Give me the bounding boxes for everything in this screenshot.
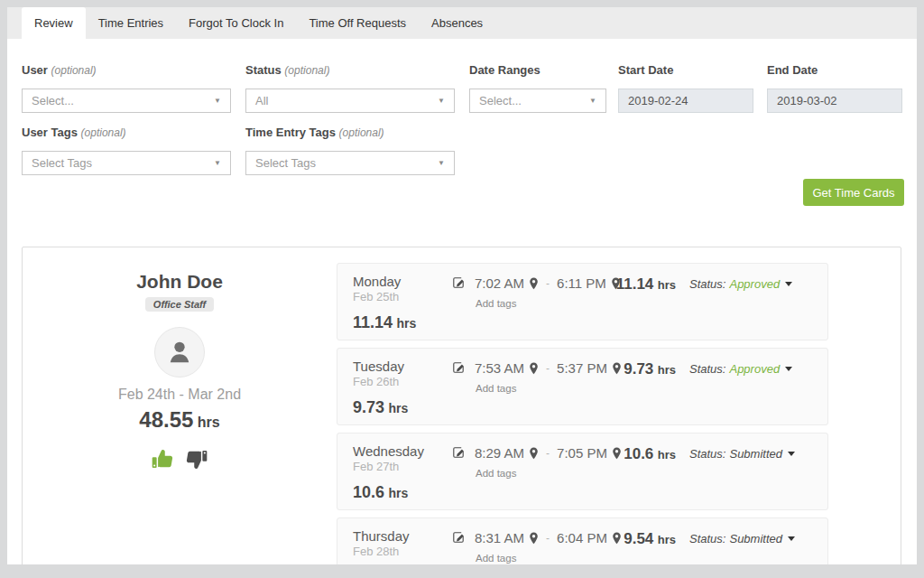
avatar bbox=[154, 327, 205, 378]
end-date-label-text: End Date bbox=[767, 63, 818, 77]
approval-thumbs bbox=[23, 447, 337, 475]
tab-review[interactable]: Review bbox=[22, 7, 86, 39]
add-tags-link[interactable]: Add tags bbox=[476, 298, 516, 309]
caret-down-icon bbox=[788, 536, 795, 541]
entry-day: Monday bbox=[353, 274, 416, 289]
clock-in-time[interactable]: 7:02 AM bbox=[475, 275, 524, 291]
clock-in-time[interactable]: 8:31 AM bbox=[475, 530, 524, 545]
entry-day-block: Wednesday Feb 27th 10.6 hrs bbox=[353, 443, 424, 502]
clock-in-time[interactable]: 8:29 AM bbox=[475, 445, 524, 461]
thumbs-down-icon[interactable] bbox=[184, 447, 208, 475]
filter-end-date: End Date 2019-03-02 bbox=[767, 63, 902, 113]
day-hours-unit: hrs bbox=[397, 316, 417, 331]
time-entry-row: Tuesday Feb 26th 9.73 hrs 7:53 AM - 5:37… bbox=[337, 348, 828, 425]
entry-day: Tuesday bbox=[353, 359, 408, 374]
time-entry-tags-label-text: Time Entry Tags bbox=[245, 126, 336, 139]
entry-hours-number: 10.6 bbox=[624, 445, 653, 462]
tab-time-off-requests[interactable]: Time Off Requests bbox=[296, 7, 419, 39]
entry-hours-unit: hrs bbox=[658, 278, 676, 292]
status-dropdown[interactable]: Status: Approved bbox=[689, 277, 792, 291]
tab-forgot-to-clock-in[interactable]: Forgot To Clock In bbox=[176, 7, 296, 39]
edit-icon[interactable] bbox=[451, 360, 466, 378]
day-hours-unit: hrs bbox=[389, 486, 409, 500]
status-optional-text: (optional) bbox=[284, 64, 329, 77]
entry-day: Wednesday bbox=[353, 443, 424, 459]
date-ranges-label-text: Date Ranges bbox=[469, 63, 541, 77]
status-label: Status: bbox=[689, 532, 725, 545]
entry-date: Feb 25th bbox=[353, 290, 416, 303]
time-separator: - bbox=[546, 362, 550, 375]
entry-hours: 9.73 hrs bbox=[590, 360, 676, 378]
status-label: Status: bbox=[689, 277, 725, 291]
day-hours-unit: hrs bbox=[389, 401, 409, 415]
day-hours-number: 9.73 bbox=[353, 398, 384, 416]
caret-down-icon: ▼ bbox=[438, 97, 445, 105]
total-hours-unit: hrs bbox=[198, 415, 220, 430]
caret-down-icon: ▼ bbox=[438, 159, 445, 167]
entry-day-block: Thursday Feb 28th 9.54 hrs bbox=[353, 528, 410, 564]
time-entry-tags-select[interactable]: Select Tags▼ bbox=[245, 151, 455, 175]
entry-hours-number: 9.73 bbox=[624, 360, 653, 378]
add-tags-link[interactable]: Add tags bbox=[476, 553, 516, 564]
entry-day-block: Monday Feb 25th 11.14 hrs bbox=[353, 274, 416, 332]
time-separator: - bbox=[546, 447, 550, 460]
time-entry-row: Monday Feb 25th 11.14 hrs 7:02 AM - 6:11… bbox=[337, 263, 828, 340]
entry-hours-unit: hrs bbox=[658, 533, 676, 546]
edit-icon[interactable] bbox=[451, 445, 466, 463]
start-date-input[interactable]: 2019-02-24 bbox=[618, 89, 753, 113]
start-date-label-text: Start Date bbox=[618, 63, 673, 77]
time-separator: - bbox=[546, 277, 550, 290]
member-summary: John Doe Office Staff Feb 24th - Mar 2nd… bbox=[23, 247, 337, 475]
status-select-value: All bbox=[255, 94, 268, 107]
entry-date: Feb 26th bbox=[353, 375, 408, 388]
entry-hours: 10.6 hrs bbox=[590, 445, 676, 463]
status-value: Approved bbox=[729, 362, 780, 376]
tab-time-entries[interactable]: Time Entries bbox=[86, 7, 176, 39]
edit-icon[interactable] bbox=[451, 530, 466, 548]
status-select[interactable]: All▼ bbox=[245, 89, 455, 113]
edit-icon[interactable] bbox=[451, 275, 466, 294]
add-tags-link[interactable]: Add tags bbox=[476, 468, 516, 479]
end-date-label: End Date bbox=[767, 63, 902, 80]
user-tags-optional-text: (optional) bbox=[81, 126, 126, 139]
filter-user: User (optional) Select...▼ bbox=[22, 63, 231, 113]
day-hours-number: 11.14 bbox=[353, 313, 393, 331]
tab-absences[interactable]: Absences bbox=[419, 7, 495, 39]
status-dropdown[interactable]: Status: Submitted bbox=[689, 532, 795, 545]
thumbs-up-icon[interactable] bbox=[151, 447, 175, 475]
start-date-label: Start Date bbox=[618, 63, 753, 80]
time-entry-tags-label: Time Entry Tags (optional) bbox=[245, 126, 455, 143]
status-dropdown[interactable]: Status: Submitted bbox=[689, 447, 795, 461]
timecard-card: John Doe Office Staff Feb 24th - Mar 2nd… bbox=[22, 247, 901, 564]
status-value: Submitted bbox=[729, 447, 782, 461]
entry-day-hours: 10.6 hrs bbox=[353, 483, 424, 502]
clock-in-time[interactable]: 7:53 AM bbox=[475, 360, 524, 376]
date-ranges-select[interactable]: Select...▼ bbox=[469, 89, 606, 113]
caret-down-icon: ▼ bbox=[589, 97, 596, 105]
status-dropdown[interactable]: Status: Approved bbox=[689, 362, 792, 376]
map-pin-icon[interactable] bbox=[529, 362, 539, 375]
entry-day-hours: 11.14 hrs bbox=[353, 313, 416, 332]
user-label: User (optional) bbox=[22, 63, 231, 80]
map-pin-icon[interactable] bbox=[529, 532, 539, 545]
end-date-input[interactable]: 2019-03-02 bbox=[767, 89, 902, 113]
time-entry-tags-optional-text: (optional) bbox=[339, 126, 384, 139]
member-period: Feb 24th - Mar 2nd bbox=[23, 387, 337, 403]
page-panel: User (optional) Select...▼ Status (optio… bbox=[7, 39, 917, 564]
filter-time-entry-tags: Time Entry Tags (optional) Select Tags▼ bbox=[245, 126, 455, 175]
user-select[interactable]: Select...▼ bbox=[22, 89, 231, 113]
map-pin-icon[interactable] bbox=[529, 447, 539, 460]
caret-down-icon: ▼ bbox=[214, 159, 221, 167]
user-tags-select[interactable]: Select Tags▼ bbox=[22, 151, 231, 175]
caret-down-icon bbox=[788, 452, 795, 456]
status-label: Status (optional) bbox=[245, 63, 455, 80]
status-value: Submitted bbox=[729, 532, 782, 545]
get-time-cards-button[interactable]: Get Time Cards bbox=[803, 179, 904, 206]
entry-hours: 9.54 hrs bbox=[590, 530, 676, 548]
member-name: John Doe bbox=[23, 271, 337, 293]
time-entry-row: Thursday Feb 28th 9.54 hrs 8:31 AM - 6:0… bbox=[337, 517, 828, 564]
time-entry-tags-select-value: Select Tags bbox=[255, 156, 316, 170]
map-pin-icon[interactable] bbox=[529, 277, 539, 290]
add-tags-link[interactable]: Add tags bbox=[476, 383, 516, 394]
filter-start-date: Start Date 2019-02-24 bbox=[618, 63, 753, 113]
